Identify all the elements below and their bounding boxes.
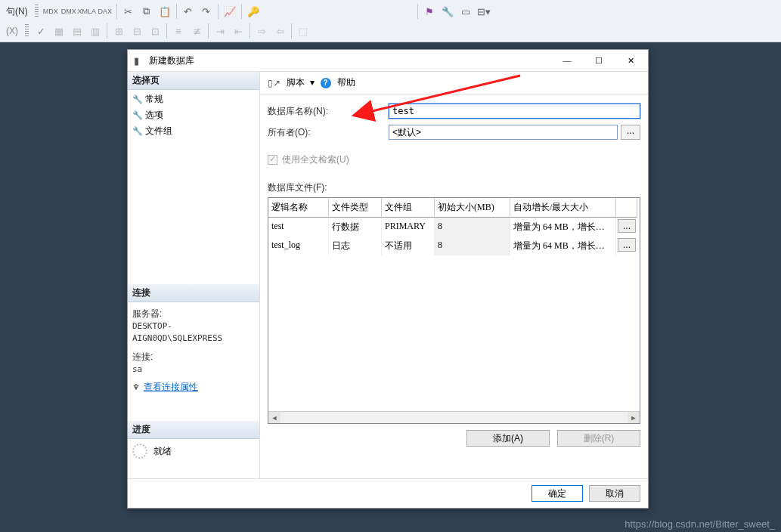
table-row[interactable]: test 行数据 PRIMARY 8 增量为 64 MB，增长… ... <box>268 218 640 237</box>
cell-name[interactable]: test_log <box>268 237 329 255</box>
chart-icon[interactable]: 📈 <box>222 3 238 20</box>
dmx-icon[interactable]: DMX <box>60 3 77 20</box>
col-action <box>616 198 637 218</box>
col-filegroup[interactable]: 文件组 <box>382 198 435 218</box>
separator <box>176 4 177 19</box>
db-files-grid[interactable]: 逻辑名称 文件类型 文件组 初始大小(MB) 自动增长/最大大小 test 行数… <box>268 197 640 424</box>
menu-item-statement[interactable]: 句(N) <box>3 5 31 18</box>
right-pane: ▯↗ 脚本 ▾ ? 帮助 数据库名称(N): 所有者(O): ... <box>260 72 648 478</box>
col-logical-name[interactable]: 逻辑名称 <box>268 198 329 218</box>
dialog-footer: 确定 取消 <box>128 478 648 508</box>
check-icon[interactable]: ✓ <box>33 23 49 39</box>
col-autogrowth[interactable]: 自动增长/最大大小 <box>510 198 616 218</box>
cell-size[interactable]: 8 <box>435 218 510 237</box>
separator <box>291 23 292 39</box>
page-item-options[interactable]: 🔧 选项 <box>128 107 259 123</box>
script-label: 脚本 <box>287 77 305 88</box>
page-label: 常规 <box>145 93 163 106</box>
row-ellipsis-button[interactable]: ... <box>618 219 636 233</box>
table-row[interactable]: test_log 日志 不适用 8 增量为 64 MB，增长… ... <box>268 237 640 255</box>
separator <box>249 23 250 39</box>
separator <box>241 4 242 19</box>
select-page-header: 选择页 <box>128 72 259 90</box>
redo-icon[interactable]: ↷ <box>198 3 215 20</box>
col-file-type[interactable]: 文件类型 <box>329 198 382 218</box>
wrench-icon[interactable]: 🔧 <box>439 3 456 20</box>
plug-icon: ♆ <box>132 381 140 394</box>
app-toolbar: 句(N) MDX DMX XMLA DAX ✂ ⧉ 📋 ↶ ↷ 📈 🔑 ⚑ 🔧 … <box>0 0 781 42</box>
separator <box>417 4 418 19</box>
progress-status: 就绪 <box>153 445 172 458</box>
view-connection-properties-link[interactable]: 查看连接属性 <box>144 380 198 394</box>
progress-spinner-icon <box>132 444 147 459</box>
connection-info: 服务器: DESKTOP-AIGN0QD\SQLEXPRESS 连接: sa ♆… <box>128 302 259 399</box>
owner-input[interactable] <box>389 125 618 140</box>
page-label: 文件组 <box>145 125 172 138</box>
owner-browse-button[interactable]: ... <box>621 125 640 140</box>
key-icon[interactable]: 🔑 <box>245 3 262 20</box>
text-icon: ▥ <box>87 23 104 39</box>
cell-group: 不适用 <box>382 237 435 255</box>
page-item-general[interactable]: 🔧 常规 <box>128 91 259 107</box>
ok-button[interactable]: 确定 <box>532 485 583 502</box>
cell-type: 行数据 <box>329 218 382 237</box>
separator <box>218 4 218 19</box>
fulltext-checkbox <box>268 155 277 165</box>
dialog-icon: ▮ <box>134 55 146 66</box>
dax-icon[interactable]: DAX <box>97 3 113 20</box>
grid-icon: ▤ <box>69 23 85 39</box>
remove-button: 删除(R) <box>557 430 640 447</box>
script-icon: ▯↗ <box>268 78 280 88</box>
conn-value: sa <box>132 363 255 376</box>
minimize-button[interactable]: — <box>551 51 583 70</box>
separator <box>107 23 107 39</box>
cell-size[interactable]: 8 <box>435 237 510 255</box>
mdx-icon[interactable]: MDX <box>42 3 59 20</box>
close-button[interactable]: ✕ <box>615 51 646 70</box>
page-item-filegroups[interactable]: 🔧 文件组 <box>128 123 259 139</box>
script-dropdown[interactable]: 脚本 ▾ <box>287 76 315 89</box>
separator <box>208 23 209 39</box>
cell-name[interactable]: test <box>268 218 329 237</box>
progress-header: 进度 <box>128 421 259 439</box>
dropdown-icon[interactable]: ⊟▾ <box>476 3 492 20</box>
help-link[interactable]: 帮助 <box>337 76 355 89</box>
separator <box>166 23 167 39</box>
dialog-title: 新建数据库 <box>146 54 551 67</box>
flag-icon[interactable]: ⚑ <box>421 3 438 20</box>
help-icon: ? <box>321 78 331 88</box>
comment-icon: ≡ <box>170 23 187 39</box>
server-label: 服务器: <box>132 307 255 320</box>
dialog-titlebar[interactable]: ▮ 新建数据库 — ☐ ✕ <box>128 50 648 71</box>
row-ellipsis-button[interactable]: ... <box>618 238 636 252</box>
toolbar-grip <box>25 24 29 38</box>
maximize-button[interactable]: ☐ <box>583 51 615 70</box>
cell-growth: 增量为 64 MB，增长… <box>510 218 616 237</box>
paste-icon[interactable]: 📋 <box>157 3 173 20</box>
toolbar-grip <box>35 5 39 18</box>
col-initial-size[interactable]: 初始大小(MB) <box>435 198 510 218</box>
scroll-right-icon[interactable]: ► <box>628 412 640 423</box>
new-database-dialog: ▮ 新建数据库 — ☐ ✕ 选择页 🔧 常规 🔧 选项 🔧 <box>127 49 649 509</box>
db-name-input[interactable] <box>389 104 640 119</box>
undo-icon[interactable]: ↶ <box>180 3 197 20</box>
wrench-icon: 🔧 <box>132 94 141 104</box>
cancel-button[interactable]: 取消 <box>589 485 640 502</box>
outdent2-icon: ⇦ <box>271 23 288 39</box>
indent-icon: ⇥ <box>212 23 228 39</box>
wrench-icon: 🔧 <box>132 126 141 136</box>
owner-label: 所有者(O): <box>268 126 389 139</box>
cell-type: 日志 <box>329 237 382 255</box>
left-pane: 选择页 🔧 常规 🔧 选项 🔧 文件组 连接 服务器: DESKT <box>128 72 260 478</box>
cell-growth: 增量为 64 MB，增长… <box>510 237 616 255</box>
horizontal-scrollbar[interactable]: ◄ ► <box>268 411 640 423</box>
copy-icon[interactable]: ⧉ <box>138 3 155 20</box>
scroll-left-icon[interactable]: ◄ <box>268 412 280 423</box>
add-button[interactable]: 添加(A) <box>466 430 550 447</box>
window-icon[interactable]: ▭ <box>457 3 474 20</box>
conn-label: 连接: <box>132 350 255 363</box>
group2-icon: ⊟ <box>129 23 145 39</box>
menu-item-x[interactable]: (X) <box>3 26 21 36</box>
cut-icon[interactable]: ✂ <box>120 3 137 20</box>
xmla-icon[interactable]: XMLA <box>79 3 95 20</box>
